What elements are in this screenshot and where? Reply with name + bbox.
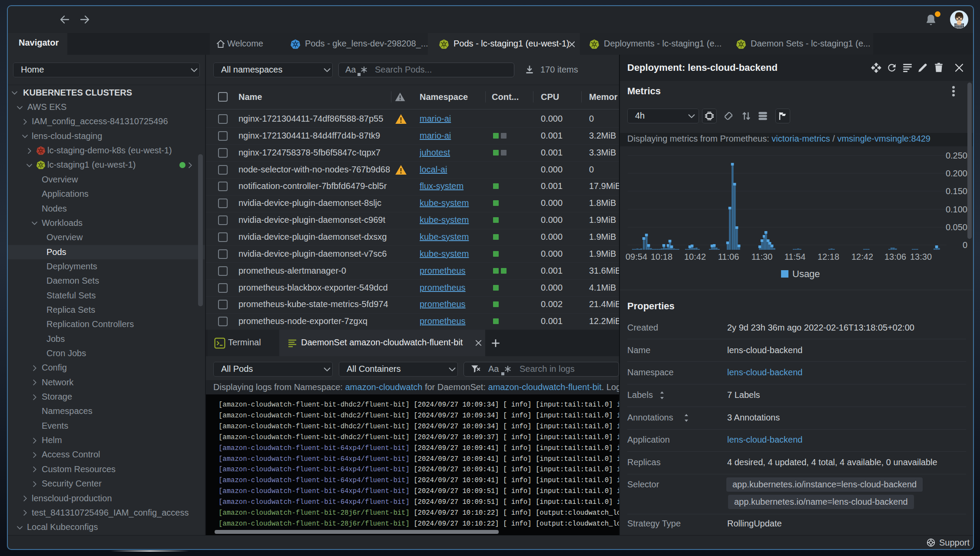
svg-text:11:06: 11:06 [718, 252, 739, 261]
svg-text:0.100: 0.100 [946, 205, 967, 214]
svg-text:11:30: 11:30 [752, 252, 773, 261]
svg-text:0.250: 0.250 [946, 151, 967, 160]
svg-text:0.200: 0.200 [946, 169, 967, 178]
svg-text:12:42: 12:42 [851, 252, 873, 261]
svg-text:09:54: 09:54 [626, 252, 647, 261]
svg-text:0.150: 0.150 [946, 186, 967, 196]
svg-text:11:54: 11:54 [785, 252, 806, 261]
svg-text:13:06: 13:06 [884, 252, 906, 261]
svg-text:0: 0 [963, 240, 967, 250]
svg-text:10:42: 10:42 [684, 252, 706, 261]
svg-text:12:18: 12:18 [818, 252, 839, 261]
svg-text:0.050: 0.050 [946, 222, 967, 232]
svg-text:13:30: 13:30 [910, 252, 932, 261]
svg-text:10:18: 10:18 [651, 252, 672, 261]
